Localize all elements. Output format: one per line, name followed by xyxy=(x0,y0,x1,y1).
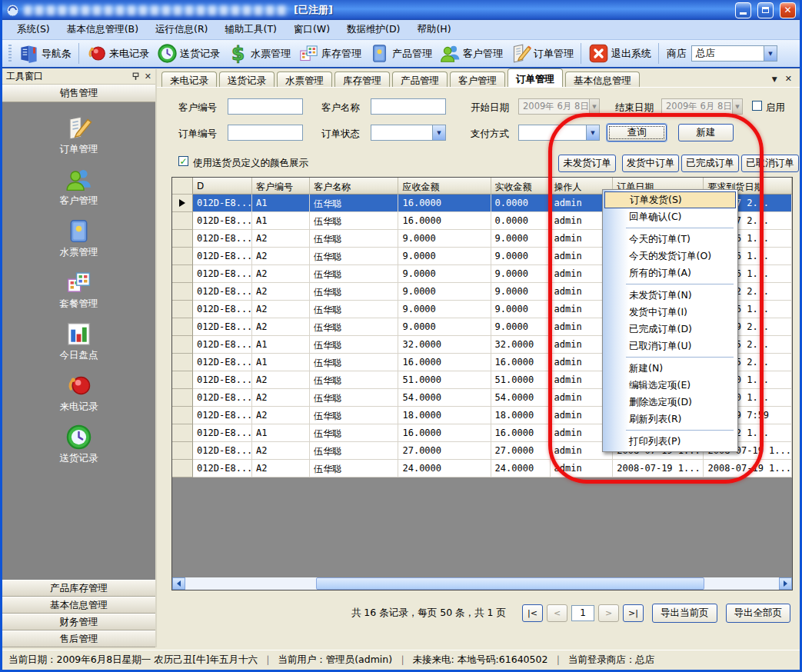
calendar-grid-icon xyxy=(298,43,319,64)
first-page-button[interactable]: |< xyxy=(522,604,543,622)
prev-page-button[interactable]: < xyxy=(547,604,567,622)
next-page-button[interactable]: > xyxy=(598,604,619,622)
filter-undelivered-button[interactable]: 未发货订单 xyxy=(558,155,616,172)
enable-checkbox[interactable] xyxy=(752,101,762,111)
sidebar-section-after-sales[interactable]: 售后管理 xyxy=(2,630,155,647)
menu-item-delivering-orders[interactable]: 发货中订单(I) xyxy=(604,304,736,321)
export-current-page-button[interactable]: 导出当前页 xyxy=(652,604,717,623)
tab-basic-info[interactable]: 基本信息管理 xyxy=(565,72,640,87)
menu-help[interactable]: 帮助(H) xyxy=(408,20,459,39)
menu-item-new[interactable]: 新建(N) xyxy=(604,360,736,377)
col-receivable[interactable]: 应收金额 xyxy=(398,178,491,195)
menu-item-undelivered-orders[interactable]: 未发货订单(N) xyxy=(604,287,736,304)
toolbar-water-ticket-button[interactable]: $ 水票管理 xyxy=(224,42,295,65)
menu-item-print-list[interactable]: 打印列表(P) xyxy=(604,433,736,450)
menu-item-confirm-receipt[interactable]: 回单确认(C) xyxy=(604,208,736,225)
toolbar-navbar-button[interactable]: 导航条 xyxy=(15,42,75,65)
filter-delivering-button[interactable]: 发货中订单 xyxy=(622,155,679,172)
menu-runtime-info[interactable]: 运行信息(R) xyxy=(147,20,216,39)
menu-data-maintenance[interactable]: 数据维护(D) xyxy=(338,20,408,39)
order-no-input[interactable] xyxy=(228,125,303,141)
maximize-button[interactable] xyxy=(757,2,774,18)
delivery-color-checkbox[interactable]: ✓ xyxy=(178,156,188,166)
cell-id: 012D-E8... xyxy=(193,336,252,354)
order-status-select[interactable]: ▼ xyxy=(371,125,446,141)
toolbar-exit-button[interactable]: 退出系统 xyxy=(584,42,655,65)
filter-panel: 客户编号 客户名称 开始日期 2009年 6月 8日 ▼ 结束日期 2009年 … xyxy=(157,88,800,177)
pay-method-select[interactable]: ▼ xyxy=(518,125,600,141)
tab-customer[interactable]: 客户管理 xyxy=(450,72,505,87)
customer-no-input[interactable] xyxy=(228,98,303,115)
export-all-pages-button[interactable]: 导出全部页 xyxy=(726,604,791,623)
sidebar-section-sales[interactable]: 销售管理 xyxy=(2,85,155,102)
end-date-picker[interactable]: 2009年 6月 8日 ▼ xyxy=(661,98,743,115)
sidebar-item-customer-management[interactable]: 客户管理 xyxy=(2,166,155,218)
menu-window[interactable]: 窗口(W) xyxy=(285,20,338,39)
sidebar-item-today-inventory[interactable]: 今日盘点 xyxy=(2,321,155,372)
menu-item-delete-selected[interactable]: 删除选定项(D) xyxy=(604,394,736,411)
tab-product[interactable]: 产品管理 xyxy=(392,72,448,87)
minimize-button[interactable] xyxy=(735,2,751,18)
row-selector-cell xyxy=(172,460,193,477)
col-customer-no[interactable]: 客户编号 xyxy=(252,178,310,195)
cell-received: 9.0000 xyxy=(491,318,551,336)
menu-system[interactable]: 系统(S) xyxy=(8,20,58,39)
toolbar-delivery-records-button[interactable]: 送货记录 xyxy=(153,42,224,65)
toolbar-inventory-button[interactable]: 库存管理 xyxy=(295,42,365,65)
filter-completed-button[interactable]: 已完成订单 xyxy=(681,155,739,172)
scrollbar-thumb[interactable] xyxy=(316,577,704,590)
tab-close-icon[interactable]: ✕ xyxy=(785,74,792,84)
pay-method-label: 支付方式 xyxy=(471,128,509,141)
shop-select[interactable]: 总店 ▼ xyxy=(691,45,777,62)
menu-item-today-orders[interactable]: 今天的订单(T) xyxy=(604,231,736,248)
customer-name-input[interactable] xyxy=(371,98,446,115)
horizontal-scrollbar[interactable] xyxy=(172,577,792,590)
sidebar-item-order-management[interactable]: 订单管理 xyxy=(2,115,155,166)
toolbar-call-records-button[interactable]: 来电记录 xyxy=(82,42,153,65)
toolbar-product-button[interactable]: 产品管理 xyxy=(365,42,436,65)
close-icon[interactable]: ✕ xyxy=(145,72,151,82)
scroll-right-arrow-icon[interactable] xyxy=(779,577,792,590)
close-button[interactable]: ✕ xyxy=(780,2,796,18)
menu-basic-info[interactable]: 基本信息管理(B) xyxy=(58,20,147,39)
tab-order-management[interactable]: 订单管理 xyxy=(507,68,563,87)
col-id[interactable]: D xyxy=(193,178,252,195)
query-button[interactable]: 查询 xyxy=(607,124,667,141)
last-page-button[interactable]: >| xyxy=(623,604,644,622)
tab-list-dropdown-icon[interactable]: ▼ xyxy=(772,75,777,83)
tab-call-records[interactable]: 来电记录 xyxy=(161,72,217,87)
customer-no-label: 客户编号 xyxy=(178,101,217,115)
tab-inventory[interactable]: 库存管理 xyxy=(334,72,390,87)
menu-item-edit-selected[interactable]: 编辑选定项(E) xyxy=(604,377,736,394)
menu-item-today-shipped-orders[interactable]: 今天的发货订单(O) xyxy=(604,248,736,264)
cell-id: 012D-E8... xyxy=(193,212,252,230)
status-bar: 当前日期：2009年6月8日星期一 农历己丑[牛]年五月十六 ｜ 当前用户：管理… xyxy=(2,650,800,670)
menu-item-all-orders[interactable]: 所有的订单(A) xyxy=(604,264,736,281)
menu-item-completed-orders[interactable]: 已完成订单(D) xyxy=(604,321,736,338)
row-selector-cell xyxy=(172,407,193,424)
tab-water-ticket[interactable]: 水票管理 xyxy=(277,72,332,87)
toolbar-order-button[interactable]: 订单管理 xyxy=(507,42,577,65)
menu-item-cancelled-orders[interactable]: 已取消订单(U) xyxy=(604,338,736,354)
filter-cancelled-button[interactable]: 已取消订单 xyxy=(741,155,799,172)
sidebar-item-call-records[interactable]: 来电记录 xyxy=(2,372,155,424)
sidebar-item-package-management[interactable]: 套餐管理 xyxy=(2,269,155,321)
toolbar-customer-button[interactable]: 客户管理 xyxy=(436,42,507,65)
menu-item-ship-order[interactable]: 订单发货(S) xyxy=(604,191,736,208)
sidebar-section-basic-info[interactable]: 基本信息管理 xyxy=(2,597,155,614)
new-button[interactable]: 新建 xyxy=(678,124,734,141)
sidebar-item-delivery-records[interactable]: 送货记录 xyxy=(2,424,155,475)
scroll-left-arrow-icon[interactable] xyxy=(172,577,185,590)
sidebar-section-product-inventory[interactable]: 产品库存管理 xyxy=(2,580,155,597)
sidebar-section-finance[interactable]: 财务管理 xyxy=(2,614,155,630)
table-row[interactable]: 012D-E8... A2 伍华聪 24.0000 24.0000 admin … xyxy=(172,460,792,477)
sidebar-item-water-ticket[interactable]: 水票管理 xyxy=(2,218,155,269)
tab-delivery-records[interactable]: 送货记录 xyxy=(219,72,275,87)
col-customer-name[interactable]: 客户名称 xyxy=(310,178,398,195)
start-date-picker[interactable]: 2009年 6月 8日 ▼ xyxy=(518,98,600,115)
col-received[interactable]: 实收金额 xyxy=(491,178,551,195)
pin-icon[interactable] xyxy=(131,72,140,81)
menu-item-refresh-list[interactable]: 刷新列表(R) xyxy=(604,411,736,427)
menu-tools[interactable]: 辅助工具(T) xyxy=(217,20,285,39)
page-number-input[interactable]: 1 xyxy=(571,605,594,621)
